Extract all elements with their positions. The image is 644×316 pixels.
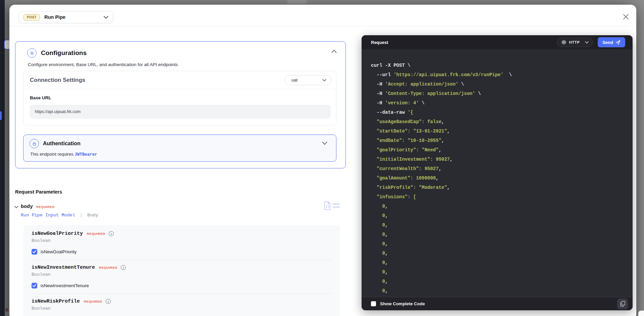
json-file-icon: {} <box>324 201 331 210</box>
info-icon[interactable]: i <box>106 299 111 304</box>
param-name: isNewInvestmentTenure <box>32 265 95 270</box>
chevron-down-icon <box>585 41 589 44</box>
chevron-down-icon <box>104 16 108 19</box>
code-line: --data-raw '{ <box>371 108 626 117</box>
code-line: 0, <box>371 286 626 296</box>
param-required-badge: REQUIRED <box>99 266 117 269</box>
code-line: curl -X POST \ <box>371 61 626 70</box>
code-line: 0, <box>371 239 626 249</box>
environment-select[interactable]: uat <box>284 75 331 85</box>
environment-value: uat <box>291 77 298 83</box>
connection-settings-box: Connection Settings uat Base URL <box>23 71 336 125</box>
connection-settings-title: Connection Settings <box>30 77 85 84</box>
protocol-value: HTTP <box>569 40 580 44</box>
code-line: "currentWealth": 95027, <box>371 164 626 173</box>
chevron-down-icon[interactable] <box>14 206 18 208</box>
param-checkbox-label: isNewInvestmentTenure <box>41 283 89 288</box>
param-type: Boolean <box>32 238 332 243</box>
configurations-subtitle: Configure environment, Base URL, and aut… <box>28 62 178 67</box>
code-line: "endDate": "10-10-2055", <box>371 136 626 145</box>
code-line: "riskProfile": "Moderate", <box>371 183 626 192</box>
authentication-box[interactable]: Authentication This endpoint requires JW… <box>23 135 336 162</box>
code-line: --url 'https://api.uipuat.frk.com/v3/run… <box>371 70 626 80</box>
code-line: -H 'Content-Type: application/json' \ <box>371 89 626 98</box>
base-url-input[interactable] <box>30 105 330 118</box>
view-json-label-line2: JSON <box>332 206 340 209</box>
param-checkbox[interactable] <box>32 283 37 288</box>
configurations-section: Configurations Configure environment, Ba… <box>15 41 346 168</box>
request-panel-footer: Show Complete Code <box>362 297 633 310</box>
request-title: Request <box>371 40 388 45</box>
code-line: "goalPriority": "Need", <box>371 145 626 155</box>
param-list: isNewGoalPriority REQUIRED i Boolean isN… <box>23 225 340 316</box>
code-line: -H 'version: 4' \ <box>371 98 626 108</box>
auth-scheme-link[interactable]: JWTBearer <box>74 152 97 157</box>
param-item: isNewGoalPriority REQUIRED i Boolean isN… <box>32 231 332 260</box>
base-url-label: Base URL <box>30 95 51 100</box>
param-checkbox-label: isNewGoalPriority <box>41 249 76 254</box>
info-icon[interactable]: i <box>109 231 114 236</box>
protocol-select[interactable]: HTTP <box>557 38 593 47</box>
request-parameters-title: Request Parameters <box>15 189 62 195</box>
show-complete-code-checkbox[interactable] <box>371 301 376 306</box>
globe-icon <box>561 40 567 45</box>
code-line: 0, <box>371 202 626 211</box>
authentication-title: Authentication <box>43 141 80 147</box>
code-line: "initialInvestment": 95027, <box>371 155 626 164</box>
param-required-badge: REQUIRED <box>84 300 102 303</box>
param-name: isNewGoalPriority <box>32 231 83 236</box>
http-method-badge: POST <box>23 14 40 20</box>
info-icon[interactable]: i <box>121 265 126 270</box>
endpoint-name: Run Pipe <box>44 14 65 20</box>
param-checkbox[interactable] <box>32 249 37 255</box>
chevron-down-icon <box>322 79 326 82</box>
header-divider <box>9 26 636 26</box>
sidebar-divider <box>0 53 5 53</box>
curl-code: curl -X POST \ --url 'https://api.uipuat… <box>362 49 633 296</box>
param-divider <box>32 294 332 294</box>
chevron-down-icon[interactable] <box>322 142 327 145</box>
request-panel-header: Request HTTP Send <box>362 35 633 49</box>
param-checkbox-row: isNewGoalPriority <box>32 249 332 255</box>
model-row: Run Pipe Input Model | Body <box>21 213 98 218</box>
view-json-label-line1: VIEW <box>332 203 340 206</box>
code-line: "useAgeBasedCap": false, <box>371 117 626 126</box>
close-button[interactable] <box>621 12 631 21</box>
code-line: "goalAmount": 1000000, <box>371 173 626 183</box>
param-divider <box>32 260 332 260</box>
configurations-title: Configurations <box>41 49 87 57</box>
send-button[interactable]: Send <box>598 37 625 47</box>
endpoint-selector[interactable]: POST Run Pipe <box>18 11 113 23</box>
param-name: isNewRiskProfile <box>32 299 80 304</box>
code-line: 0, <box>371 220 626 230</box>
body-param-name: body <box>21 204 33 210</box>
model-link[interactable]: Run Pipe Input Model <box>21 213 75 218</box>
body-param-row: body REQUIRED <box>14 204 55 210</box>
code-line: 0, <box>371 277 626 286</box>
copy-code-button[interactable] <box>617 299 628 309</box>
send-label: Send <box>602 40 613 45</box>
param-item: isNewRiskProfile REQUIRED i Boolean <box>32 299 332 311</box>
svg-text:{}: {} <box>326 205 329 208</box>
required-badge: REQUIRED <box>36 205 55 209</box>
model-type: Body <box>87 213 98 218</box>
authentication-description: This endpoint requires JWTBearer <box>30 152 97 157</box>
model-separator: | <box>80 213 83 218</box>
background-tab-fragment <box>287 0 307 4</box>
code-line: 0, <box>371 249 626 258</box>
param-type: Boolean <box>32 272 332 277</box>
scrollbar-fragment[interactable] <box>638 311 644 316</box>
background-text-fragment: B <box>5 307 8 312</box>
param-checkbox-row: isNewInvestmentTenure <box>32 282 332 288</box>
code-line: 0, <box>371 258 626 267</box>
screen: B POST Run Pipe Configurations <box>0 0 644 316</box>
code-line: 0, <box>371 211 626 220</box>
param-required-badge: REQUIRED <box>87 232 105 235</box>
code-line: "startDate": "13-01-2021", <box>371 126 626 136</box>
code-line: 0, <box>371 267 626 277</box>
gear-icon <box>27 48 37 58</box>
sidebar-active-indicator <box>0 111 2 120</box>
lock-icon <box>30 139 39 148</box>
chevron-up-icon[interactable] <box>331 50 337 53</box>
view-json-button[interactable]: {} VIEW JSON <box>324 201 340 210</box>
